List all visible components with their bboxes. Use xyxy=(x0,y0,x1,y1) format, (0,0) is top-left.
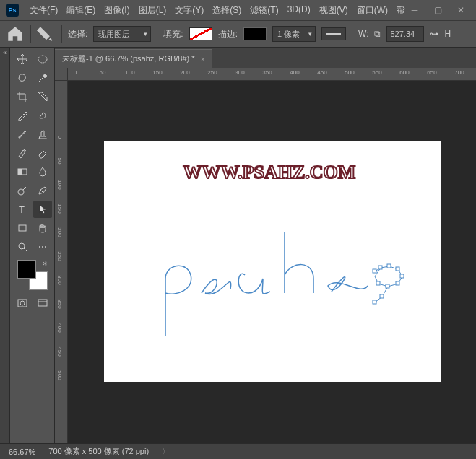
blur-tool[interactable] xyxy=(33,163,52,180)
svg-point-3 xyxy=(18,189,24,195)
close-button[interactable]: ✕ xyxy=(456,5,466,15)
pen-tool[interactable] xyxy=(33,182,52,199)
screenmode-tool[interactable] xyxy=(33,294,52,312)
watermark-text: WWW.PSAHZ.COM xyxy=(183,162,356,183)
home-icon[interactable] xyxy=(6,25,25,43)
dodge-tool[interactable] xyxy=(13,182,32,199)
stroke-label: 描边: xyxy=(218,28,238,40)
ellipse-marquee-tool[interactable] xyxy=(33,51,52,68)
menu-edit[interactable]: 编辑(E) xyxy=(63,2,99,19)
svg-rect-21 xyxy=(380,294,384,298)
document-area: 未标题-1 @ 66.7% (psahz, RGB/8#) * × 050100… xyxy=(55,48,476,443)
stroke-swatch[interactable] xyxy=(243,27,267,40)
clone-stamp-tool[interactable] xyxy=(33,126,52,143)
path-select-tool[interactable] xyxy=(33,201,52,218)
default-colors-icon[interactable] xyxy=(17,283,25,290)
menu-file[interactable]: 文件(F) xyxy=(26,2,61,19)
svg-point-6 xyxy=(19,243,25,249)
svg-rect-19 xyxy=(386,284,389,288)
main-menu: 文件(F) 编辑(E) 图像(I) 图层(L) 文字(Y) 选择(S) 滤镜(T… xyxy=(26,2,409,19)
swap-colors-icon[interactable]: ⤭ xyxy=(42,260,48,267)
menu-image[interactable]: 图像(I) xyxy=(100,2,133,19)
zoom-tool[interactable] xyxy=(13,238,32,255)
app-logo: Ps xyxy=(6,4,19,17)
svg-rect-2 xyxy=(18,169,22,175)
brush-tool[interactable] xyxy=(13,126,32,143)
svg-rect-17 xyxy=(400,274,404,278)
document-tab[interactable]: 未标题-1 @ 66.7% (psahz, RGB/8#) * × xyxy=(55,49,212,68)
svg-rect-22 xyxy=(373,300,376,304)
fill-label: 填充: xyxy=(163,28,183,40)
menu-help[interactable]: 帮 xyxy=(393,2,409,19)
menu-filter[interactable]: 滤镜(T) xyxy=(246,2,282,19)
color-swatches: ⤭ xyxy=(17,260,48,290)
tab-close-icon[interactable]: × xyxy=(201,55,205,64)
doc-info-arrow-icon[interactable]: 〉 xyxy=(162,446,170,457)
magic-wand-tool[interactable] xyxy=(33,69,52,87)
tool-preset-icon[interactable] xyxy=(37,25,56,43)
menu-window[interactable]: 窗口(W) xyxy=(353,2,391,19)
slice-tool[interactable] xyxy=(33,88,52,105)
width-label: W: xyxy=(358,29,368,39)
window-controls: ─ ▢ ✕ xyxy=(410,5,470,15)
crop-tool[interactable] xyxy=(13,88,32,105)
link-icon[interactable]: ⧉ xyxy=(374,29,381,39)
minimize-button[interactable]: ─ xyxy=(410,5,420,15)
tab-bar: 未标题-1 @ 66.7% (psahz, RGB/8#) * × xyxy=(55,48,476,68)
menu-layer[interactable]: 图层(L) xyxy=(135,2,170,19)
stroke-width-input[interactable]: 1 像素 xyxy=(272,26,316,42)
select-label: 选择: xyxy=(68,28,87,40)
svg-point-7 xyxy=(39,246,40,248)
svg-text:T: T xyxy=(19,204,25,215)
svg-rect-5 xyxy=(19,225,26,231)
select-dropdown[interactable]: 现用图层 xyxy=(93,26,151,42)
doc-info[interactable]: 700 像素 x 500 像素 (72 ppi) xyxy=(48,446,149,457)
svg-rect-18 xyxy=(396,281,399,285)
menu-select[interactable]: 选择(S) xyxy=(209,2,245,19)
link-wh-icon[interactable]: ⊶ xyxy=(430,29,438,39)
svg-rect-20 xyxy=(376,281,380,285)
history-brush-tool[interactable] xyxy=(13,144,32,162)
zoom-level[interactable]: 66.67% xyxy=(9,447,35,456)
svg-rect-16 xyxy=(396,267,399,271)
healing-brush-tool[interactable] xyxy=(33,107,52,124)
eraser-tool[interactable] xyxy=(33,144,52,162)
quickmask-tool[interactable] xyxy=(13,294,32,312)
status-bar: 66.67% 700 像素 x 500 像素 (72 ppi) 〉 xyxy=(0,443,476,459)
svg-rect-15 xyxy=(387,264,391,268)
titlebar: Ps 文件(F) 编辑(E) 图像(I) 图层(L) 文字(Y) 选择(S) 滤… xyxy=(0,0,476,20)
svg-rect-13 xyxy=(373,269,376,273)
ruler-horizontal[interactable]: 0501001502002503003504004505005506006507… xyxy=(68,68,476,81)
ruler-vertical[interactable]: 050100150200250300350400450500 xyxy=(55,81,68,443)
svg-point-8 xyxy=(42,246,43,248)
menu-view[interactable]: 视图(V) xyxy=(316,2,352,19)
eyedropper-tool[interactable] xyxy=(13,107,32,124)
toolbox: T ⤭ xyxy=(10,48,55,443)
options-bar: 选择: 现用图层 填充: 描边: 1 像素 W: ⧉ ⊶ H xyxy=(0,20,476,48)
menu-3d[interactable]: 3D(D) xyxy=(284,2,314,19)
ruler-corner[interactable] xyxy=(55,68,68,81)
width-input[interactable] xyxy=(386,26,424,42)
hand-tool[interactable] xyxy=(33,219,52,237)
menu-type[interactable]: 文字(Y) xyxy=(171,2,207,19)
foreground-color[interactable] xyxy=(17,260,36,279)
fill-swatch[interactable] xyxy=(189,27,212,40)
gradient-tool[interactable] xyxy=(13,163,32,180)
edit-toolbar[interactable] xyxy=(33,238,52,255)
script-path[interactable] xyxy=(151,224,425,354)
maximize-button[interactable]: ▢ xyxy=(433,5,443,15)
svg-point-0 xyxy=(38,56,47,63)
move-tool[interactable] xyxy=(13,51,32,68)
height-label: H xyxy=(444,29,451,39)
canvas[interactable]: WWW.PSAHZ.COM xyxy=(104,141,441,382)
tab-title: 未标题-1 @ 66.7% (psahz, RGB/8#) * xyxy=(62,53,195,64)
lasso-tool[interactable] xyxy=(13,69,32,87)
svg-point-9 xyxy=(45,246,46,248)
type-tool[interactable]: T xyxy=(13,201,32,218)
svg-rect-12 xyxy=(38,300,47,306)
stroke-style-dropdown[interactable] xyxy=(321,27,346,40)
collapse-toolbox[interactable]: « xyxy=(0,48,10,443)
canvas-viewport: 0501001502002503003504004505005506006507… xyxy=(55,68,476,443)
canvas-background[interactable]: WWW.PSAHZ.COM xyxy=(68,81,476,443)
rectangle-tool[interactable] xyxy=(13,219,32,237)
